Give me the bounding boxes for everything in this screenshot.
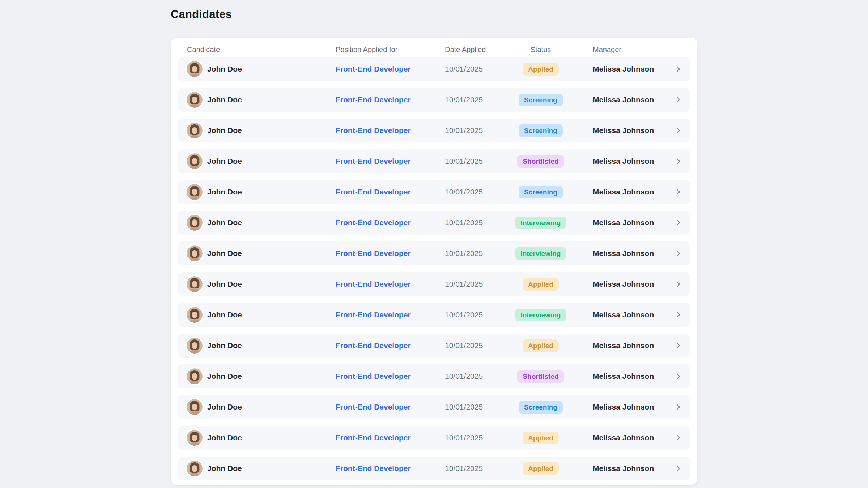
status-badge: Screening bbox=[519, 401, 563, 414]
position-link[interactable]: Front-End Developer bbox=[336, 249, 411, 257]
status-badge: Interviewing bbox=[515, 309, 566, 321]
candidate-name: John Doe bbox=[207, 311, 242, 319]
position-link[interactable]: Front-End Developer bbox=[336, 157, 411, 165]
candidate-row[interactable]: John Doe Front-End Developer 10/01/2025 … bbox=[178, 180, 690, 204]
position-link[interactable]: Front-End Developer bbox=[336, 311, 411, 319]
candidate-name: John Doe bbox=[207, 433, 242, 442]
date-applied: 10/01/2025 bbox=[445, 126, 506, 135]
candidate-name: John Doe bbox=[207, 126, 242, 135]
manager-name: Melissa Johnson bbox=[575, 464, 672, 473]
chevron-right-icon bbox=[675, 311, 682, 318]
status-cell: Screening bbox=[506, 124, 575, 137]
candidate-row[interactable]: John Doe Front-End Developer 10/01/2025 … bbox=[178, 272, 690, 296]
candidate-row[interactable]: John Doe Front-End Developer 10/01/2025 … bbox=[178, 119, 690, 142]
position-link[interactable]: Front-End Developer bbox=[336, 372, 411, 380]
chevron-cell[interactable] bbox=[672, 465, 685, 472]
position-cell: Front-End Developer bbox=[336, 433, 445, 442]
column-header-candidate: Candidate bbox=[178, 46, 336, 54]
candidate-row[interactable]: John Doe Front-End Developer 10/01/2025 … bbox=[178, 364, 690, 388]
status-badge: Screening bbox=[519, 94, 563, 106]
position-link[interactable]: Front-End Developer bbox=[336, 65, 411, 73]
chevron-cell[interactable] bbox=[672, 373, 685, 380]
manager-name: Melissa Johnson bbox=[575, 433, 672, 442]
candidate-cell: John Doe bbox=[178, 153, 336, 169]
date-applied: 10/01/2025 bbox=[445, 218, 506, 227]
candidate-cell: John Doe bbox=[178, 399, 336, 415]
chevron-cell[interactable] bbox=[672, 65, 685, 73]
table-header: Candidate Position Applied for Date Appl… bbox=[178, 42, 690, 57]
candidate-name: John Doe bbox=[207, 403, 242, 411]
manager-name: Melissa Johnson bbox=[575, 341, 672, 350]
candidate-name: John Doe bbox=[207, 218, 242, 227]
position-link[interactable]: Front-End Developer bbox=[336, 464, 411, 472]
position-cell: Front-End Developer bbox=[336, 65, 445, 73]
chevron-cell[interactable] bbox=[672, 158, 685, 165]
candidate-name: John Doe bbox=[207, 95, 242, 104]
chevron-cell[interactable] bbox=[672, 250, 685, 257]
date-applied: 10/01/2025 bbox=[445, 249, 506, 258]
chevron-cell[interactable] bbox=[672, 311, 685, 318]
chevron-cell[interactable] bbox=[672, 342, 685, 349]
candidate-row[interactable]: John Doe Front-End Developer 10/01/2025 … bbox=[178, 395, 690, 419]
chevron-cell[interactable] bbox=[672, 127, 685, 134]
chevron-cell[interactable] bbox=[672, 403, 685, 411]
candidate-rows: John Doe Front-End Developer 10/01/2025 … bbox=[178, 57, 690, 480]
position-link[interactable]: Front-End Developer bbox=[336, 403, 411, 411]
candidate-row[interactable]: John Doe Front-End Developer 10/01/2025 … bbox=[178, 457, 690, 480]
candidate-row[interactable]: John Doe Front-End Developer 10/01/2025 … bbox=[178, 334, 690, 358]
column-header-date: Date Applied bbox=[445, 46, 506, 54]
manager-name: Melissa Johnson bbox=[575, 218, 672, 227]
chevron-cell[interactable] bbox=[672, 96, 685, 103]
candidate-row[interactable]: John Doe Front-End Developer 10/01/2025 … bbox=[178, 88, 690, 112]
chevron-cell[interactable] bbox=[672, 281, 685, 288]
position-link[interactable]: Front-End Developer bbox=[336, 341, 411, 350]
chevron-cell[interactable] bbox=[672, 434, 685, 441]
candidate-cell: John Doe bbox=[178, 338, 336, 354]
position-link[interactable]: Front-End Developer bbox=[336, 433, 411, 442]
date-applied: 10/01/2025 bbox=[445, 464, 506, 473]
candidate-row[interactable]: John Doe Front-End Developer 10/01/2025 … bbox=[178, 149, 690, 173]
status-badge: Screening bbox=[519, 186, 563, 198]
manager-name: Melissa Johnson bbox=[575, 280, 672, 288]
status-badge: Applied bbox=[523, 63, 559, 76]
candidate-row[interactable]: John Doe Front-End Developer 10/01/2025 … bbox=[178, 241, 690, 265]
candidate-row[interactable]: John Doe Front-End Developer 10/01/2025 … bbox=[178, 426, 690, 450]
date-applied: 10/01/2025 bbox=[445, 157, 506, 166]
candidate-name: John Doe bbox=[207, 464, 242, 473]
date-applied: 10/01/2025 bbox=[445, 188, 506, 196]
chevron-cell[interactable] bbox=[672, 188, 685, 196]
person-photo-icon bbox=[187, 61, 203, 77]
position-link[interactable]: Front-End Developer bbox=[336, 218, 411, 227]
candidate-row[interactable]: John Doe Front-End Developer 10/01/2025 … bbox=[178, 303, 690, 327]
position-cell: Front-End Developer bbox=[336, 126, 445, 135]
candidate-avatar bbox=[187, 338, 203, 354]
candidate-name: John Doe bbox=[207, 249, 242, 258]
date-applied: 10/01/2025 bbox=[445, 341, 506, 350]
chevron-right-icon bbox=[675, 250, 682, 257]
position-cell: Front-End Developer bbox=[336, 403, 445, 411]
candidate-cell: John Doe bbox=[178, 461, 336, 476]
position-link[interactable]: Front-End Developer bbox=[336, 95, 411, 104]
candidate-cell: John Doe bbox=[178, 215, 336, 231]
date-applied: 10/01/2025 bbox=[445, 280, 506, 288]
manager-name: Melissa Johnson bbox=[575, 65, 672, 73]
chevron-right-icon bbox=[675, 465, 682, 472]
position-link[interactable]: Front-End Developer bbox=[336, 126, 411, 134]
candidate-name: John Doe bbox=[207, 157, 242, 166]
position-link[interactable]: Front-End Developer bbox=[336, 280, 411, 288]
candidate-avatar bbox=[187, 399, 203, 415]
candidate-row[interactable]: John Doe Front-End Developer 10/01/2025 … bbox=[178, 211, 690, 235]
manager-name: Melissa Johnson bbox=[575, 249, 672, 258]
candidate-cell: John Doe bbox=[178, 307, 336, 323]
chevron-cell[interactable] bbox=[672, 219, 685, 226]
position-cell: Front-End Developer bbox=[336, 464, 445, 473]
person-photo-icon bbox=[187, 245, 203, 261]
candidate-row[interactable]: John Doe Front-End Developer 10/01/2025 … bbox=[178, 57, 690, 81]
chevron-right-icon bbox=[675, 188, 682, 196]
column-header-manager: Manager bbox=[575, 46, 672, 54]
position-link[interactable]: Front-End Developer bbox=[336, 188, 411, 196]
chevron-right-icon bbox=[675, 158, 682, 165]
chevron-right-icon bbox=[675, 65, 682, 73]
status-cell: Applied bbox=[506, 278, 575, 291]
chevron-right-icon bbox=[675, 127, 682, 134]
